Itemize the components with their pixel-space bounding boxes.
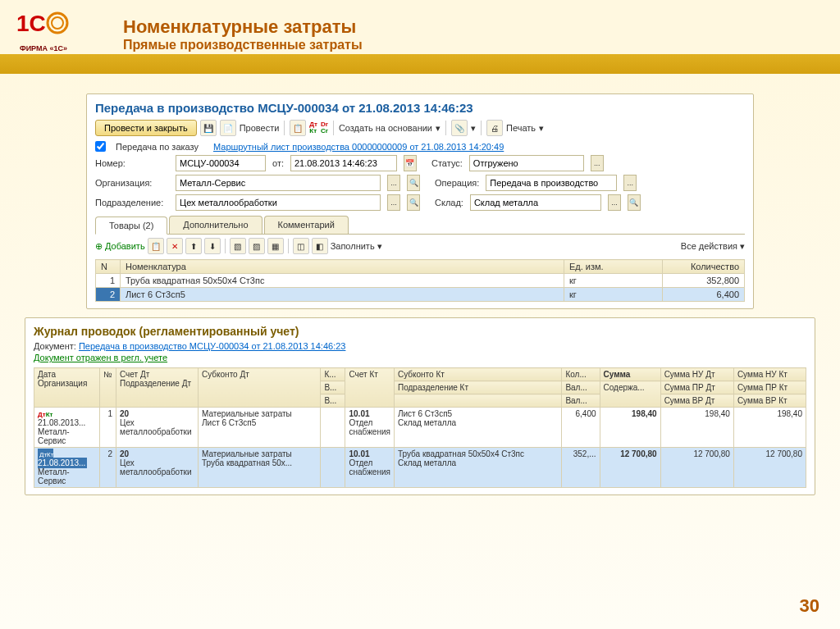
doc-toolbar: Провести и закрыть 💾 📄 Провести 📋 ДтКт D… [95, 120, 745, 136]
jcol-sub-dt[interactable]: Субконто Дт [199, 368, 321, 408]
list-icon[interactable]: 📋 [290, 120, 306, 136]
nomer-field[interactable] [176, 155, 266, 171]
calendar-icon[interactable]: 📅 [404, 155, 417, 171]
journal-status[interactable]: Документ отражен в регл. учете [34, 353, 806, 362]
dtcr-icon[interactable]: ДтКт [309, 121, 317, 134]
journal-doc-label: Документ: [34, 341, 76, 351]
add-icon[interactable]: ⊕ [95, 241, 103, 252]
tab-dopolnitelno[interactable]: Дополнительно [169, 216, 262, 234]
col-ed[interactable]: Ед. изм. [564, 260, 663, 274]
print-icon[interactable]: 🖨 [486, 120, 503, 136]
copy-row-icon[interactable]: 📋 [148, 238, 164, 254]
col-kol[interactable]: Количество [663, 260, 745, 274]
podr-dots-icon[interactable]: ... [387, 194, 400, 211]
t3-icon[interactable]: ▦ [267, 238, 284, 254]
t4-icon[interactable]: ◫ [293, 238, 309, 254]
jcol-schet-dt: Счет ДтПодразделение Дт [116, 368, 199, 408]
sklad-search-icon[interactable]: 🔍 [628, 194, 641, 211]
tab-kommentariy[interactable]: Комментарий [264, 216, 349, 234]
peredacha-checkbox[interactable] [95, 141, 106, 152]
col-n[interactable]: N [96, 260, 121, 274]
nomer-label: Номер: [95, 158, 169, 168]
jcol-summa: Сумма [600, 368, 660, 381]
provesti-zakryt-button[interactable]: Провести и закрыть [95, 120, 197, 136]
provesti-icon[interactable]: 📄 [220, 120, 236, 136]
oper-label: Операция: [435, 178, 479, 188]
podr-label: Подразделение: [95, 198, 169, 207]
oper-dots-icon[interactable]: ... [623, 175, 637, 191]
jcol-k[interactable]: К... [321, 368, 345, 381]
add-button[interactable]: Добавить [105, 241, 145, 251]
document-title: Передача в производство МСЦУ-000034 от 2… [95, 101, 745, 115]
sklad-dots-icon[interactable]: ... [608, 194, 621, 211]
org-dots-icon[interactable]: ... [387, 175, 400, 191]
jcol-schet-kt[interactable]: Счет Кт [345, 368, 394, 408]
pechat-button[interactable]: Печать [506, 123, 536, 133]
sklad-field[interactable] [470, 194, 601, 211]
org-field[interactable] [176, 175, 381, 191]
zapolnit-button[interactable]: Заполнить [331, 241, 375, 251]
logo: 1C ФИРМА «1С» [15, 8, 72, 52]
podr-search-icon[interactable]: 🔍 [407, 194, 420, 211]
t2-icon[interactable]: ▨ [249, 238, 265, 254]
svg-point-2 [52, 17, 63, 29]
journal-title: Журнал проводок (регламентированный учет… [34, 325, 806, 338]
provesti-text[interactable]: Провести [240, 123, 280, 133]
jcol-n[interactable]: № [100, 368, 116, 408]
jcol-nu-kt[interactable]: Сумма НУ Кт [733, 368, 806, 381]
down-icon[interactable]: ⬇ [204, 238, 221, 254]
ot-label: от: [272, 158, 284, 168]
jcol-date: ДатаОрганизация [34, 368, 100, 408]
jcol-nu-dt[interactable]: Сумма НУ Дт [660, 368, 733, 381]
table-row[interactable]: 1 Труба квадратная 50х50х4 Ст3пс кг 352,… [96, 274, 745, 288]
status-dropdown-icon[interactable]: ... [591, 155, 604, 171]
page-number: 30 [800, 595, 819, 617]
t1-icon[interactable]: ▧ [230, 238, 246, 254]
journal-panel: Журнал проводок (регламентированный учет… [25, 317, 815, 495]
journal-row[interactable]: ДтКт 21.08.2013...Металл-Сервис 2 20Цех … [34, 448, 806, 488]
gold-divider [0, 54, 840, 74]
date-field[interactable] [290, 155, 397, 171]
sozdat-button[interactable]: Создать на основании [339, 123, 432, 133]
page-header: Номенклатурные затраты Прямые производст… [123, 16, 824, 52]
delete-row-icon[interactable]: ✕ [167, 238, 183, 254]
org-label: Организация: [95, 178, 169, 188]
journal-table: ДатаОрганизация № Счет ДтПодразделение Д… [34, 367, 806, 488]
col-nomenk[interactable]: Номенклатура [121, 260, 564, 274]
svg-text:1C: 1C [16, 11, 46, 36]
items-table: N Номенклатура Ед. изм. Количество 1 Тру… [95, 259, 745, 302]
page-subtitle: Прямые производственные затраты [123, 38, 824, 52]
logo-caption: ФИРМА «1С» [15, 44, 72, 52]
peredacha-label: Передача по заказу [116, 142, 199, 152]
attach-icon[interactable]: 📎 [451, 120, 468, 136]
table-row[interactable]: 2 Лист 6 Ст3сп5 кг 6,400 [96, 288, 745, 302]
jcol-kol[interactable]: Кол... [562, 368, 600, 381]
tab-tovary[interactable]: Товары (2) [95, 217, 167, 235]
journal-doc-link[interactable]: Передача в производство МСЦУ-000034 от 2… [79, 341, 346, 351]
doc-tabs: Товары (2) Дополнительно Комментарий [95, 216, 745, 235]
svg-point-1 [48, 13, 67, 33]
status-field[interactable] [469, 155, 584, 171]
page-title: Номенклатурные затраты [123, 16, 824, 38]
journal-row[interactable]: ДтКт 21.08.2013...Металл-Сервис 1 20Цех … [34, 408, 806, 448]
dtcr-icon-2[interactable]: DrCr [321, 121, 328, 134]
sklad-label: Склад: [435, 198, 463, 207]
org-search-icon[interactable]: 🔍 [407, 175, 420, 191]
oper-field[interactable] [486, 175, 617, 191]
jcol-sub-kt[interactable]: Субконто Кт [394, 368, 561, 381]
podr-field[interactable] [176, 194, 381, 211]
document-panel: Передача в производство МСЦУ-000034 от 2… [86, 93, 754, 309]
route-link[interactable]: Маршрутный лист производства 00000000009… [213, 142, 504, 152]
table-toolbar: ⊕ Добавить 📋 ✕ ⬆ ⬇ ▧ ▨ ▦ ◫ ◧ Заполнить▾ … [95, 235, 745, 258]
all-actions-button[interactable]: Все действия [681, 241, 737, 251]
up-icon[interactable]: ⬆ [185, 238, 202, 254]
status-label: Статус: [431, 158, 463, 168]
t5-icon[interactable]: ◧ [312, 238, 328, 254]
save-icon[interactable]: 💾 [200, 120, 217, 136]
